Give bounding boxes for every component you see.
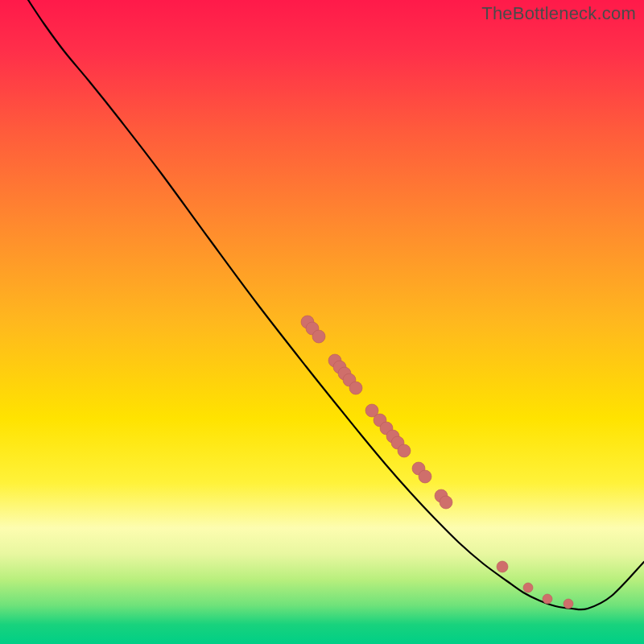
- chart-overlay: [0, 0, 644, 644]
- marker-point: [440, 496, 452, 509]
- marker-point: [523, 583, 533, 592]
- marker-point: [312, 330, 325, 343]
- highlighted-points: [301, 316, 573, 609]
- marker-point: [419, 470, 431, 483]
- chart-canvas: TheBottleneck.com: [0, 0, 644, 644]
- marker-point: [564, 599, 573, 609]
- marker-point: [349, 382, 362, 394]
- bottleneck-curve: [28, 0, 644, 609]
- marker-point: [543, 594, 552, 604]
- marker-point: [497, 561, 508, 572]
- marker-point: [398, 444, 411, 457]
